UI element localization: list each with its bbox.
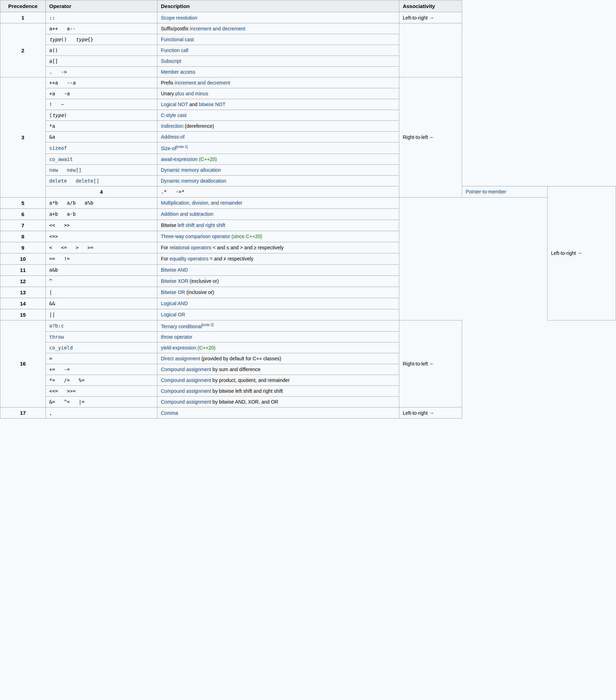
table-row: 10 == != For equality operators = and ≠ … (0, 253, 616, 264)
desc-bitwise-and: Bitwise AND (157, 264, 399, 275)
op-logical-or: || (46, 309, 157, 320)
desc-functional-cast: Functional cast (157, 34, 399, 45)
desc-co-await: await-expression (C++20) (157, 154, 399, 164)
op-equality: == != (46, 253, 157, 264)
table-row: +a -a Unary plus and minus (0, 88, 616, 99)
op-mul-div-rem: a*b a/b a%b (46, 197, 157, 208)
op-scope-resolution: :: (46, 12, 157, 23)
table-row: a[] Subscript (0, 56, 616, 67)
desc-sizeof: Size-of[note 1] (157, 142, 399, 154)
op-ptr-to-member: .* ->* (157, 186, 399, 197)
table-row: <<= >>= Compound assignment by bitwise l… (0, 386, 616, 397)
col-header-operator: Operator (46, 0, 157, 12)
desc-bitwise-xor: Bitwise XOR (exclusive or) (157, 275, 399, 287)
table-row: 17 , Comma Left-to-right → (0, 407, 616, 419)
table-row: throw throw operator (0, 332, 616, 342)
assoc-16: Right-to-left ← (399, 320, 462, 407)
op-compound-assign-sum-diff: += -= (46, 364, 157, 375)
assoc-2 (399, 23, 462, 78)
operators-table: Precedence Operator Description Associat… (0, 0, 616, 419)
desc-new: Dynamic memory allocation (157, 164, 399, 175)
table-row: 6 a+b a-b Addition and subtraction (0, 208, 616, 220)
table-row: 16 a?b:c Ternary conditional[note 2] Rig… (0, 320, 616, 332)
op-relational: < <= > >= (46, 242, 157, 253)
prec-12: 12 (0, 275, 46, 287)
assoc-17: Left-to-right → (399, 407, 462, 419)
desc-co-yield: yield-expression (C++20) (157, 342, 399, 353)
op-bitwise-or: | (46, 287, 157, 298)
op-function-call: a() (46, 45, 157, 56)
prec-8: 8 (0, 231, 46, 242)
desc-indirection: Indirection (dereference) (157, 121, 399, 132)
op-bitwise-and: a&b (46, 264, 157, 275)
desc-mul-div-rem: Multiplication, division, and remainder (157, 197, 399, 208)
op-indirection: *a (46, 121, 157, 132)
table-row: 4 .* ->* Pointer-to-member Left-to-right… (0, 186, 616, 197)
col-header-associativity: Associativity (399, 0, 462, 12)
table-row: 14 && Logical AND (0, 298, 616, 309)
op-new: new new[] (46, 164, 157, 175)
op-unary-plus-minus: +a -a (46, 88, 157, 99)
prec-2: 2 (0, 23, 46, 78)
desc-bitwise-or: Bitwise OR (inclusive or) (157, 287, 399, 298)
desc-direct-assign: Direct assignment (provided by default f… (157, 353, 399, 364)
op-logical-and: && (46, 298, 157, 309)
prec-3: 3 (0, 78, 46, 198)
op-throw: throw (46, 332, 157, 342)
prec-1: 1 (0, 12, 46, 23)
table-row: *= /= %= Compound assignment by product,… (0, 375, 616, 386)
op-comma: , (46, 407, 157, 419)
desc-compound-assign-bitwise: Compound assignment by bitwise AND, XOR,… (157, 397, 399, 407)
assoc-4-15: Left-to-right → (547, 186, 616, 320)
op-prefix-incr-decr: ++a --a (46, 78, 157, 88)
table-row: 2 a++ a-- Suffix/postfix increment and d… (0, 23, 616, 34)
table-row: 7 << >> Bitwise left shift and right shi… (0, 220, 616, 231)
op-ternary: a?b:c (46, 320, 157, 332)
table-row: += -= Compound assignment by sum and dif… (0, 364, 616, 375)
prec-14: 14 (0, 298, 46, 309)
op-bitwise-xor: ^ (46, 275, 157, 287)
table-row: 3 ++a --a Prefix increment and decrement… (0, 78, 616, 88)
op-functional-cast: type() type{} (46, 34, 157, 45)
desc-comma: Comma (157, 407, 399, 419)
desc-logical-or: Logical OR (157, 309, 399, 320)
desc-equality: For equality operators = and ≠ respectiv… (157, 253, 399, 264)
table-row: sizeof Size-of[note 1] (0, 142, 616, 154)
table-row: &a Address-of (0, 132, 616, 142)
desc-member-access: Member access (157, 67, 399, 78)
desc-c-cast: C-style cast (157, 110, 399, 121)
table-row: . -> Member access (0, 67, 616, 78)
op-compound-assign-prod-quot-rem: *= /= %= (46, 375, 157, 386)
prec-17: 17 (0, 407, 46, 419)
table-row: 11 a&b Bitwise AND (0, 264, 616, 275)
table-row: co_await await-expression (C++20) (0, 154, 616, 164)
table-row: new new[] Dynamic memory allocation (0, 164, 616, 175)
table-row: = Direct assignment (provided by default… (0, 353, 616, 364)
table-row: 15 || Logical OR (0, 309, 616, 320)
op-shift: << >> (46, 220, 157, 231)
table-row: 1 :: Scope resolution Left-to-right → (0, 12, 616, 23)
op-postfix-incr-decr: a++ a-- (46, 23, 157, 34)
prec-13: 13 (0, 287, 46, 298)
desc-unary-plus-minus: Unary plus and minus (157, 88, 399, 99)
desc-prefix-incr-decr: Prefix increment and decrement (157, 78, 399, 88)
desc-compound-assign-prod-quot-rem: Compound assignment by product, quotient… (157, 375, 399, 386)
desc-postfix-incr-decr: Suffix/postfix increment and decrement (157, 23, 399, 34)
op-spaceship: <=> (46, 231, 157, 242)
table-row: (type) C-style cast (0, 110, 616, 121)
op-compound-assign-bitwise: &= ^= |= (46, 397, 157, 407)
desc-compound-assign-sum-diff: Compound assignment by sum and differenc… (157, 364, 399, 375)
prec-10: 10 (0, 253, 46, 264)
op-sizeof: sizeof (46, 142, 157, 154)
desc-spaceship: Three-way comparison operator (since C++… (157, 231, 399, 242)
prec-7: 7 (0, 220, 46, 231)
assoc-3: Right-to-left ← (399, 78, 462, 198)
table-row: type() type{} Functional cast (0, 34, 616, 45)
prec-16: 16 (0, 320, 46, 407)
desc-ptr-to-member: Pointer-to-member (462, 186, 547, 197)
op-co-await: co_await (46, 154, 157, 164)
table-row: co_yield yield-expression (C++20) (0, 342, 616, 353)
desc-scope-resolution: Scope resolution (157, 12, 399, 23)
table-row: delete delete[] Dynamic memory deallocat… (0, 175, 616, 186)
desc-subscript: Subscript (157, 56, 399, 67)
